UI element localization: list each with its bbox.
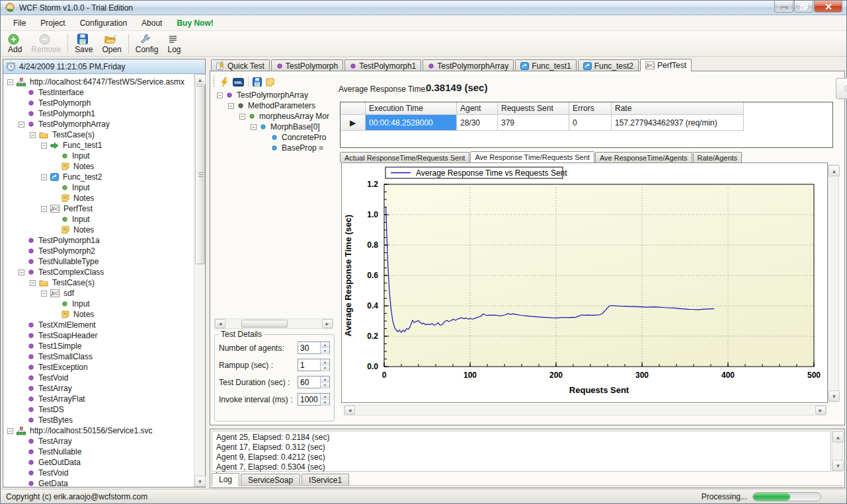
- xml-view-button[interactable]: XML: [231, 77, 246, 88]
- parameter-tree-scrollbar[interactable]: ◄ ►: [214, 318, 333, 329]
- param-item-baseprop[interactable]: BaseProp =: [213, 143, 336, 153]
- spin-down-icon[interactable]: ▼: [321, 365, 329, 371]
- tree-item-testcase-s[interactable]: −TestCase(s): [3, 277, 194, 288]
- tab-testpolymorpharray[interactable]: TestPolymorphArray: [423, 59, 514, 71]
- tree-item-testvoid[interactable]: TestVoid: [3, 468, 194, 478]
- grid-cell-execution-time[interactable]: 00:00:48.2528000: [366, 115, 457, 131]
- spin-up-icon[interactable]: ▲: [321, 359, 329, 365]
- grid-col-agent[interactable]: Agent: [457, 102, 498, 115]
- tree-item-testpolymorph1a[interactable]: TestPolymorph1a: [3, 235, 194, 246]
- collapse-icon[interactable]: −: [228, 103, 234, 109]
- tree-item-testcase-s[interactable]: −TestCase(s): [3, 129, 194, 140]
- spin-down-icon[interactable]: ▼: [321, 400, 329, 406]
- rampup-sec-input[interactable]: [298, 359, 320, 371]
- tab-perftest[interactable]: PerfTest: [640, 59, 692, 71]
- menu-item-project[interactable]: Project: [33, 17, 72, 30]
- scroll-up-icon[interactable]: ▲: [828, 165, 840, 176]
- collapse-icon[interactable]: −: [19, 270, 24, 275]
- chart-horizontal-scrollbar[interactable]: ◄ ►: [344, 405, 827, 415]
- tree-item-testbytes[interactable]: TestBytes: [3, 415, 194, 425]
- tree-item-testxmlelement[interactable]: TestXmlElement: [3, 320, 194, 330]
- grid-col-requests-sent[interactable]: Requests Sent: [498, 102, 569, 115]
- collapse-icon[interactable]: −: [217, 92, 223, 98]
- open-button[interactable]: Open: [97, 31, 126, 56]
- scroll-down-icon[interactable]: ▼: [828, 390, 840, 402]
- minimize-button[interactable]: [774, 1, 793, 13]
- toolbar-grip[interactable]: [213, 76, 215, 88]
- tree-item-input[interactable]: Input: [3, 151, 194, 161]
- chart-tab-ave-response-time-requests-sent[interactable]: Ave Response Time/Requests Sent: [470, 151, 594, 162]
- chart-vertical-scrollbar[interactable]: ▲ ▼: [828, 164, 839, 402]
- scroll-down-icon[interactable]: ▼: [832, 460, 844, 471]
- tab-func-test2[interactable]: Func_test2: [578, 59, 639, 71]
- collapse-icon[interactable]: −: [239, 114, 245, 120]
- param-item-methodparameters[interactable]: −MethodParameters: [213, 100, 336, 111]
- menu-item-file[interactable]: File: [6, 17, 33, 30]
- close-button[interactable]: [814, 1, 842, 13]
- spin-down-icon[interactable]: ▼: [321, 348, 329, 354]
- remove-button[interactable]: Remove: [26, 31, 65, 56]
- tab-testpolymorph1[interactable]: TestPolymorph1: [344, 59, 421, 71]
- collapse-icon[interactable]: −: [30, 132, 36, 138]
- title-bar[interactable]: WCF Storm v1.0.0 - Trial Edition: [1, 1, 846, 15]
- tree-item-input[interactable]: Input: [3, 214, 194, 225]
- tree-item-testarray[interactable]: TestArray: [3, 383, 194, 394]
- tree-item-getoutdata[interactable]: GetOutData: [3, 457, 194, 468]
- menu-item-buy-now[interactable]: Buy Now!: [169, 17, 220, 30]
- chart-tab-ave-responsetime-agents[interactable]: Ave ResponseTime/Agents: [595, 152, 692, 162]
- tree-item-testsoapheader[interactable]: TestSoapHeader: [3, 330, 194, 341]
- log-button[interactable]: Log: [163, 31, 185, 56]
- tree-item-sdf[interactable]: −sdf: [3, 288, 194, 299]
- tree-item-notes[interactable]: Notes: [3, 161, 194, 172]
- save-button[interactable]: Save: [70, 31, 97, 56]
- collapse-icon[interactable]: −: [41, 206, 47, 212]
- grid-col-execution-time[interactable]: Execution Time: [366, 102, 457, 115]
- tree-item-testpolymorph1[interactable]: TestPolymorph1: [3, 108, 194, 119]
- tree-item-testinterface[interactable]: TestInterface: [3, 87, 194, 98]
- spin-up-icon[interactable]: ▲: [321, 342, 329, 348]
- test-duration-sec-input[interactable]: [298, 377, 320, 388]
- collapse-icon[interactable]: −: [30, 280, 36, 286]
- grid-cell-agent[interactable]: 28/30: [457, 115, 498, 131]
- tab-quick-test[interactable]: Quick Test: [211, 59, 270, 71]
- tree-item-func-test1[interactable]: −Func_test1: [3, 140, 194, 151]
- tree-item-notes[interactable]: Notes: [3, 193, 194, 203]
- param-item-morphbase-0[interactable]: −MorphBase[0]: [213, 122, 336, 132]
- collapse-icon[interactable]: −: [41, 291, 47, 297]
- tree-item-testcomplexclass[interactable]: −TestComplexClass: [3, 267, 194, 277]
- scroll-left-icon[interactable]: ◄: [215, 319, 225, 328]
- scrollbar-thumb[interactable]: [241, 320, 288, 328]
- number-of-agents-input[interactable]: [298, 342, 320, 353]
- param-item-morpheusarray-mor[interactable]: −morpheusArray Mor: [213, 111, 336, 122]
- tree-item-testsmallclass[interactable]: TestSmallClass: [3, 351, 194, 362]
- tree-item-testds[interactable]: TestDS: [3, 404, 194, 415]
- tree-item-testpolymorpharray[interactable]: −TestPolymorphArray: [3, 119, 194, 129]
- param-item-concretepro[interactable]: ConcretePro: [213, 132, 336, 143]
- scroll-right-icon[interactable]: ►: [322, 319, 333, 328]
- notes-button[interactable]: [264, 77, 276, 88]
- collapse-icon[interactable]: −: [251, 124, 257, 130]
- scroll-up-icon[interactable]: ▲: [832, 431, 844, 443]
- scroll-down-icon[interactable]: ▼: [194, 476, 206, 487]
- collapse-icon[interactable]: −: [41, 174, 47, 180]
- grid-col-rate[interactable]: Rate: [612, 102, 744, 115]
- tree-item-testexception[interactable]: TestException: [3, 362, 194, 373]
- tree-item-testarrayflat[interactable]: TestArrayFlat: [3, 394, 194, 404]
- collapse-icon[interactable]: −: [41, 143, 47, 149]
- log-output[interactable]: Agent 25, Elapsed: 0.2184 (sec)Agent 17,…: [212, 431, 831, 472]
- log-scrollbar[interactable]: ▲ ▼: [832, 431, 843, 472]
- tab-func-test1[interactable]: Func_test1: [515, 59, 576, 71]
- menu-item-configuration[interactable]: Configuration: [73, 17, 134, 30]
- invoke-interval-ms-input[interactable]: [298, 394, 320, 405]
- scroll-left-icon[interactable]: ◄: [344, 406, 355, 415]
- log-tab-servicesoap[interactable]: ServiceSoap: [241, 474, 300, 486]
- grid-cell-requests-sent[interactable]: 379: [498, 115, 569, 131]
- add-button[interactable]: Add: [3, 31, 26, 56]
- tree-item-notes[interactable]: Notes: [3, 225, 194, 235]
- scrollbar-thumb[interactable]: [195, 86, 205, 264]
- grid-cell-errors[interactable]: 0: [569, 115, 612, 131]
- collapse-icon[interactable]: −: [7, 79, 13, 85]
- collapse-icon[interactable]: −: [7, 428, 13, 434]
- scroll-up-icon[interactable]: ▲: [194, 74, 206, 85]
- chart-tab-actual-responsetime-requests-sent[interactable]: Actual ResponseTime/Requests Sent: [340, 152, 469, 162]
